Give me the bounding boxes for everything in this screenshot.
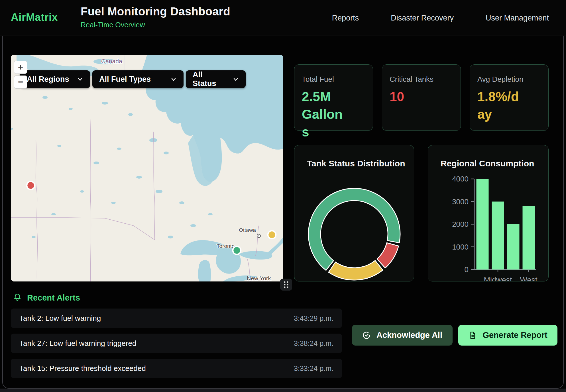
bar-xtick-label: Midwest <box>484 276 512 281</box>
tank-map[interactable]: Canada Ottawa Toronto New York <box>11 55 283 281</box>
map-label-toronto: Toronto <box>217 243 235 249</box>
bar-region-3 <box>523 206 535 270</box>
alert-row: Tank 15: Pressure threshold exceeded 3:3… <box>11 359 342 378</box>
filter-status-select[interactable]: All Status <box>186 70 246 88</box>
regional-consumption-chart-card: Regional Consumption 01000200030004000Mi… <box>428 145 549 281</box>
chevron-down-icon <box>233 76 239 82</box>
chevron-down-icon <box>77 76 83 82</box>
bar-region-0 <box>477 179 489 270</box>
svg-text:2000: 2000 <box>452 220 469 228</box>
svg-text:0: 0 <box>465 265 469 274</box>
map-label-ottawa: Ottawa <box>239 227 256 233</box>
app-header: AirMatrix Fuel Monitoring Dashboard Real… <box>0 0 566 36</box>
stat-value: 10 <box>390 88 435 105</box>
alert-row: Tank 2: Low fuel warning 3:43:29 p.m. <box>11 309 342 328</box>
tank-status-chart-card: Tank Status Distribution <box>294 145 414 281</box>
map-zoom-out-button[interactable]: − <box>14 75 27 89</box>
tank-status-donut-chart: Tank Status Distribution <box>294 145 414 281</box>
title-block: Fuel Monitoring Dashboard Real-Time Over… <box>81 5 230 29</box>
alert-timestamp: 3:38:24 p.m. <box>294 339 333 348</box>
regional-consumption-bar-chart: Regional Consumption 01000200030004000Mi… <box>428 145 549 281</box>
nav-user-management[interactable]: User Management <box>486 14 549 23</box>
svg-text:1000: 1000 <box>452 243 469 251</box>
acknowledge-all-button[interactable]: Acknowledge All <box>352 325 453 346</box>
alert-timestamp: 3:33:24 p.m. <box>294 364 333 373</box>
bar-region-1 <box>492 202 504 270</box>
map-label-newyork: New York <box>247 275 271 281</box>
dashboard-root: AirMatrix Fuel Monitoring Dashboard Real… <box>0 0 566 392</box>
page-subtitle: Real-Time Overview <box>81 21 230 29</box>
filter-fueltypes-select[interactable]: All Fuel Types <box>92 70 184 88</box>
alert-message: Tank 27: Low fuel warning triggered <box>19 339 136 348</box>
stat-value: 1.8%/day <box>477 88 523 123</box>
stat-label: Total Fuel <box>302 75 365 84</box>
donut-segment-2 <box>329 260 383 280</box>
alert-row: Tank 27: Low fuel warning triggered 3:38… <box>11 334 342 353</box>
generate-report-label: Generate Report <box>482 330 547 340</box>
grip-dots-icon <box>282 280 290 289</box>
alert-timestamp: 3:43:29 p.m. <box>294 314 333 322</box>
map-canvas: Canada Ottawa Toronto New York <box>11 55 283 281</box>
bar-xtick-label: West <box>520 276 538 281</box>
alert-message: Tank 15: Pressure threshold exceeded <box>19 364 146 373</box>
resize-grip[interactable] <box>280 279 292 291</box>
bell-icon <box>13 293 22 303</box>
brand-logo: AirMatrix <box>11 11 58 23</box>
tank-marker-warning[interactable] <box>268 231 276 239</box>
main-nav: Reports Disaster Recovery User Managemen… <box>332 0 549 36</box>
map-label-country: Canada <box>101 58 122 64</box>
svg-text:4000: 4000 <box>452 175 469 183</box>
tank-marker-normal[interactable] <box>233 246 241 254</box>
check-circle-icon <box>362 331 371 340</box>
donut-segment-1 <box>377 243 399 268</box>
generate-report-button[interactable]: Generate Report <box>458 325 557 346</box>
alert-message: Tank 2: Low fuel warning <box>19 314 101 323</box>
map-water-lake-michigan <box>198 260 211 281</box>
chart-title: Tank Status Distribution <box>307 159 405 168</box>
stat-label: Avg Depletion <box>477 75 541 84</box>
acknowledge-all-label: Acknowledge All <box>376 330 442 340</box>
stat-card-total-fuel: Total Fuel 2.5M Gallons <box>294 64 373 131</box>
page-title: Fuel Monitoring Dashboard <box>81 5 230 18</box>
document-icon <box>468 331 477 340</box>
stat-label: Critical Tanks <box>390 75 453 84</box>
recent-alerts-heading: Recent Alerts <box>13 293 80 303</box>
tank-marker-critical[interactable] <box>27 181 35 189</box>
nav-disaster-recovery[interactable]: Disaster Recovery <box>391 14 454 23</box>
filter-status-value: All Status <box>193 70 225 88</box>
stats-row: Total Fuel 2.5M Gallons Critical Tanks 1… <box>294 64 549 131</box>
recent-alerts-title: Recent Alerts <box>27 293 80 303</box>
filter-fueltypes-value: All Fuel Types <box>99 75 151 84</box>
bottom-strip <box>0 389 566 392</box>
bar-region-2 <box>507 224 520 270</box>
stat-card-avg-depletion: Avg Depletion 1.8%/day <box>470 64 549 131</box>
map-zoom-in-button[interactable]: + <box>14 61 27 74</box>
nav-reports[interactable]: Reports <box>332 14 359 23</box>
chart-title: Regional Consumption <box>441 159 534 168</box>
stat-value: 2.5M Gallons <box>302 88 347 141</box>
map-town-icon-dot <box>258 235 259 236</box>
svg-text:3000: 3000 <box>452 197 469 206</box>
filter-regions-select[interactable]: All Regions <box>20 70 90 88</box>
stat-card-critical-tanks: Critical Tanks 10 <box>382 64 461 131</box>
filter-regions-value: All Regions <box>27 75 69 84</box>
chevron-down-icon <box>170 76 177 82</box>
